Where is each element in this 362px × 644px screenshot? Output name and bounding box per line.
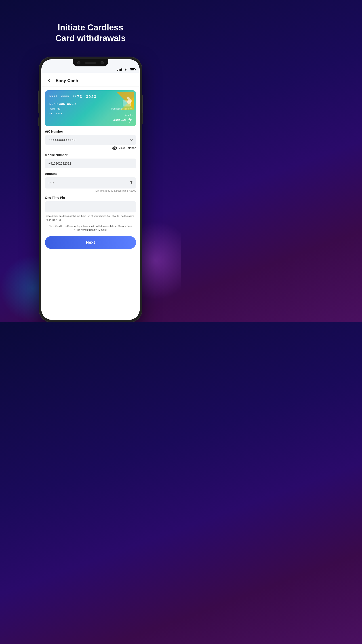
view-balance-label: View Balance bbox=[118, 146, 136, 150]
note-text: Note: Card Less Cash facility allows you… bbox=[45, 224, 136, 232]
app-screen: Easy Cash **** **** **73 3043 DEAR CUSTO… bbox=[41, 73, 140, 320]
page-title: Initiate Cardless Card withdrawals bbox=[42, 11, 139, 44]
ac-number-value: XXXXXXXXXX1730 bbox=[48, 138, 76, 142]
status-bar bbox=[41, 66, 140, 73]
front-camera bbox=[77, 61, 80, 64]
speaker bbox=[85, 62, 96, 64]
signal-icon bbox=[117, 68, 122, 71]
screen-title: Easy Cash bbox=[56, 78, 78, 83]
otp-hint-text: Set a 4 Digit card less cash One Time Pi… bbox=[45, 214, 136, 222]
bank-card: **** **** **73 3043 DEAR CUSTOMER Valid … bbox=[45, 90, 136, 126]
back-button[interactable] bbox=[46, 77, 53, 84]
canara-bank-logo: केनरा बैंक Canara Bank bbox=[113, 114, 132, 123]
ac-number-dropdown[interactable]: XXXXXXXXXX1730 bbox=[45, 135, 136, 145]
next-button[interactable]: Next bbox=[45, 236, 136, 249]
phone-notch bbox=[73, 59, 108, 66]
back-chevron-icon bbox=[48, 79, 51, 82]
otp-label: One Time Pin bbox=[45, 196, 136, 200]
eye-icon bbox=[112, 146, 117, 150]
app-header: Easy Cash bbox=[41, 73, 140, 87]
face-id-sensor bbox=[100, 61, 104, 64]
battery-icon bbox=[130, 68, 135, 71]
valid-thru-label: Valid Thru bbox=[49, 107, 60, 110]
mobile-number-label: Mobile Number bbox=[45, 153, 136, 157]
ac-number-label: A/C Number bbox=[45, 130, 136, 133]
amount-limit-text: Min limit is ₹100 & Max limit is ₹5000 bbox=[45, 190, 136, 192]
dropdown-chevron-icon bbox=[130, 138, 133, 141]
form-container: A/C Number XXXXXXXXXX1730 View Balance M… bbox=[41, 130, 140, 256]
card-valid-section: Valid Thru bbox=[49, 107, 60, 110]
phone-mockup: Easy Cash **** **** **73 3043 DEAR CUSTO… bbox=[39, 57, 142, 322]
amount-input[interactable]: INR ₹ bbox=[45, 177, 136, 188]
mobile-number-input[interactable]: +916302292382 bbox=[45, 158, 136, 168]
card-chip bbox=[123, 100, 131, 106]
amount-label: Amount bbox=[45, 172, 136, 176]
canara-logo-icon bbox=[127, 117, 132, 123]
otp-input[interactable] bbox=[45, 201, 136, 212]
view-balance-button[interactable]: View Balance bbox=[45, 146, 136, 150]
rupee-icon: ₹ bbox=[130, 180, 132, 185]
amount-placeholder: INR bbox=[48, 181, 54, 185]
wifi-icon bbox=[124, 68, 128, 71]
svg-marker-2 bbox=[128, 117, 132, 123]
